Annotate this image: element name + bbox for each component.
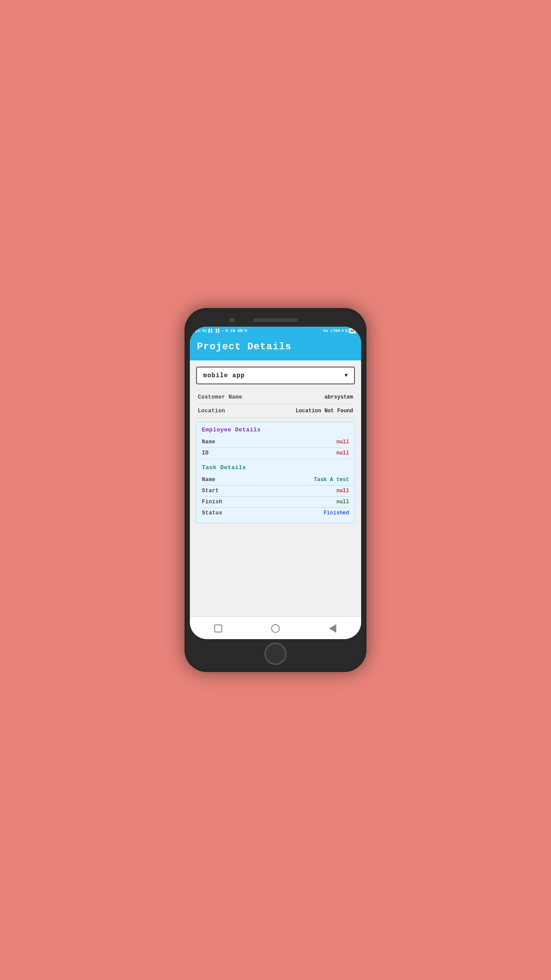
bottom-navigation [190,616,361,639]
employee-name-row: Name null [202,437,349,448]
signal-bars: ▌▌ ▌▌ [209,329,220,333]
dropdown-selected-value: mobile app [203,372,245,379]
dropdown-arrow-icon: ▼ [345,372,348,379]
customer-name-label: Customer Name [198,394,242,400]
location-icon: ⊙ [342,328,344,333]
employee-name-label: Name [202,439,216,445]
location-label: Location [198,408,225,414]
phone-screen: 11:51 ▌▌ ▌▌ ⌐ 0.10 KB/S Vo LTE0 ⊙ Ω 50 P… [190,327,361,639]
app-header: Project Details [190,335,361,360]
task-finish-value: null [336,499,349,505]
status-bar: 11:51 ▌▌ ▌▌ ⌐ 0.10 KB/S Vo LTE0 ⊙ Ω 50 [190,327,361,335]
task-name-label: Name [202,477,216,483]
lte-indicator: Vo LTE0 [323,329,340,333]
task-name-row: Name Task A test [202,474,349,486]
page-title: Project Details [197,341,354,352]
recent-apps-icon [214,624,222,632]
employee-id-value: null [336,450,349,456]
phone-top-bar [190,313,361,327]
wifi-icon: ⌐ [222,329,224,333]
project-dropdown[interactable]: mobile app ▼ [196,367,355,384]
home-button[interactable] [269,622,282,635]
camera [230,318,234,322]
location-value: Location Not Found [295,408,353,414]
physical-home-button[interactable] [264,643,287,665]
recent-apps-button[interactable] [212,622,224,635]
details-card: Employee Details Name null ID null Task … [196,422,355,523]
task-start-label: Start [202,488,219,494]
time-display: 11:51 [195,329,207,333]
speed-indicator: 0.10 KB/S [225,329,247,333]
task-status-label: Status [202,510,222,516]
task-start-value: null [336,488,349,494]
employee-section-title: Employee Details [202,427,349,433]
task-status-value: Finished [323,510,349,516]
status-left: 11:51 ▌▌ ▌▌ ⌐ 0.10 KB/S [195,329,247,333]
back-icon [329,624,336,633]
customer-name-row: Customer Name abrsystem [196,391,355,404]
location-row: Location Location Not Found [196,404,355,418]
home-icon [271,624,280,633]
employee-id-row: ID null [202,448,349,459]
headphone-icon: Ω [345,329,347,333]
customer-name-value: abrsystem [324,394,353,400]
back-button[interactable] [327,622,339,635]
task-finish-label: Finish [202,499,222,505]
speaker [253,318,298,322]
employee-id-label: ID [202,450,209,456]
task-start-row: Start null [202,486,349,497]
task-finish-row: Finish null [202,497,349,508]
task-name-value: Task A test [314,477,349,483]
phone-frame: 11:51 ▌▌ ▌▌ ⌐ 0.10 KB/S Vo LTE0 ⊙ Ω 50 P… [185,308,366,672]
task-section-title: Task Details [202,464,349,471]
app-content: mobile app ▼ Customer Name abrsystem Loc… [190,360,361,616]
task-status-row: Status Finished [202,508,349,518]
battery-indicator: 50 [349,328,356,333]
status-right: Vo LTE0 ⊙ Ω 50 [323,328,356,333]
employee-name-value: null [336,439,349,445]
